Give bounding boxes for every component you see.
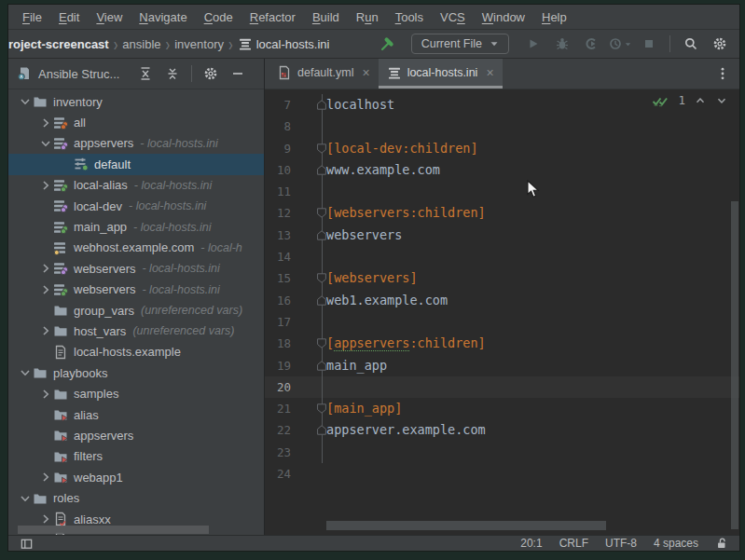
editor-line-20[interactable]: 20 [265,376,739,398]
breadcrumb-file[interactable]: local-hosts.ini [256,37,330,51]
group-marker-icon[interactable] [317,273,326,283]
inspections-ok-icon[interactable] [652,94,669,107]
chevron-right-icon[interactable] [38,261,53,276]
editor-line-13[interactable]: 13webservers [265,225,739,246]
tree-item-samples[interactable]: samples [8,383,264,403]
editor-line-21[interactable]: 21[main_app] [265,398,739,419]
tab-default.yml[interactable]: default.yml× [269,59,379,89]
editor-vertical-scrollbar[interactable] [731,201,738,529]
tree-horizontal-scrollbar[interactable] [18,526,209,534]
tree-item-playbooks[interactable]: playbooks [8,362,264,383]
chevron-down-icon[interactable] [38,136,53,151]
unlock-icon[interactable] [715,537,728,550]
chevron-down-icon[interactable] [18,365,33,380]
tree-item-alias[interactable]: alias [8,404,264,425]
chevron-right-icon[interactable] [38,282,53,297]
editor-line-23[interactable]: 23 [265,442,739,463]
chevron-right-icon[interactable] [38,512,53,526]
code-editor[interactable]: 7localhost89[local-dev:children]10www.ex… [265,89,739,535]
editor-line-18[interactable]: 18[appservers:children] [265,333,739,354]
tree-item-main_app[interactable]: main_app- local-hosts.ini [8,216,264,237]
editor-line-11[interactable]: 11 [265,181,739,202]
chevron-down-icon[interactable] [18,94,33,109]
hide-tool-window-button[interactable] [228,63,248,84]
tree-item-filters[interactable]: filters [8,446,264,467]
stop-button[interactable] [639,34,659,54]
menu-run[interactable]: Run [348,7,387,27]
structure-tree[interactable]: inventoryallappservers- local-hosts.inid… [8,89,264,535]
breadcrumb-inventory[interactable]: inventory [174,37,224,51]
group-marker-icon[interactable] [317,403,326,414]
tab-options-kebab-icon[interactable] [715,66,730,81]
tree-item-default[interactable]: default [8,154,264,174]
menu-build[interactable]: Build [304,7,348,27]
tree-item-host_vars[interactable]: host_vars(unreferenced vars) [8,321,264,341]
menu-file[interactable]: File [14,7,50,27]
indent-setting[interactable]: 4 spaces [654,537,698,550]
profiler-button[interactable] [610,34,630,54]
tree-item-local-alias[interactable]: local-alias- local-hosts.ini [8,175,264,196]
host-marker-icon[interactable] [317,361,326,371]
editor-line-10[interactable]: 10www.example.com [265,159,739,181]
line-separator[interactable]: CRLF [559,537,588,550]
editor-line-22[interactable]: 22appserver.example.com [265,419,739,441]
caret-position[interactable]: 20:1 [520,537,542,550]
editor-line-12[interactable]: 12[webservers:children] [265,202,739,224]
tree-item-webhost.example.com[interactable]: webhost.example.com- local-h [8,238,264,258]
settings-button[interactable] [710,34,730,54]
chevron-right-icon[interactable] [38,387,53,402]
editor-line-16[interactable]: 16web1.example.com [265,290,739,311]
file-encoding[interactable]: UTF-8 [605,537,637,550]
run-configuration-select[interactable]: Current File [411,34,509,54]
tab-local-hosts.ini[interactable]: local-hosts.ini× [379,59,503,89]
host-marker-icon[interactable] [317,230,326,240]
tree-item-webservers[interactable]: webservers- local-hosts.ini [8,280,264,300]
tool-windows-toggle-button[interactable] [16,533,36,553]
host-marker-icon[interactable] [317,100,326,110]
menu-refactor[interactable]: Refactor [241,7,304,27]
tree-item-appservers[interactable]: appservers [8,425,264,445]
build-hammer-button[interactable] [377,34,397,54]
editor-horizontal-scrollbar[interactable] [326,521,606,530]
group-marker-icon[interactable] [317,143,326,154]
editor-line-15[interactable]: 15[webservers] [265,267,739,289]
collapse-all-button[interactable] [162,63,183,84]
menu-view[interactable]: View [88,7,131,27]
expand-all-button[interactable] [135,63,156,84]
search-everywhere-button[interactable] [681,34,701,54]
run-button[interactable] [523,34,544,54]
host-marker-icon[interactable] [317,425,326,435]
editor-line-8[interactable]: 8 [265,116,739,137]
tree-item-roles[interactable]: roles [8,487,264,508]
menu-navigate[interactable]: Navigate [131,7,195,27]
chevron-down-icon[interactable] [18,491,33,506]
menu-tools[interactable]: Tools [387,7,432,27]
tree-item-group_vars[interactable]: group_vars(unreferenced vars) [8,300,264,321]
editor-line-19[interactable]: 19main_app [265,355,739,376]
host-marker-icon[interactable] [317,295,326,306]
close-icon[interactable]: × [486,66,493,79]
menu-window[interactable]: Window [474,7,533,27]
group-marker-icon[interactable] [317,338,326,348]
breadcrumb-roject-screencast[interactable]: roject-screencast [8,37,109,51]
editor-line-14[interactable]: 14 [265,246,739,267]
menu-code[interactable]: Code [196,7,241,27]
tree-item-local-dev[interactable]: local-dev- local-hosts.ini [8,196,264,216]
chevron-right-icon[interactable] [38,323,53,338]
breadcrumb-ansible[interactable]: ansible [122,37,160,51]
group-marker-icon[interactable] [317,208,326,218]
tree-item-appservers[interactable]: appservers- local-hosts.ini [8,133,264,154]
editor-line-17[interactable]: 17 [265,311,739,333]
menu-help[interactable]: Help [533,7,575,27]
chevron-right-icon[interactable] [38,470,53,485]
next-problem-icon[interactable] [715,94,728,107]
tool-window-settings-button[interactable] [200,63,221,84]
menu-vcs[interactable]: VCS [432,7,474,27]
previous-problem-icon[interactable] [694,94,707,107]
coverage-button[interactable] [581,34,601,54]
tree-item-webservers[interactable]: webservers- local-hosts.ini [8,258,264,279]
chevron-right-icon[interactable] [38,178,53,193]
chevron-right-icon[interactable] [38,116,53,130]
close-icon[interactable]: × [362,66,369,79]
menu-edit[interactable]: Edit [50,7,88,27]
